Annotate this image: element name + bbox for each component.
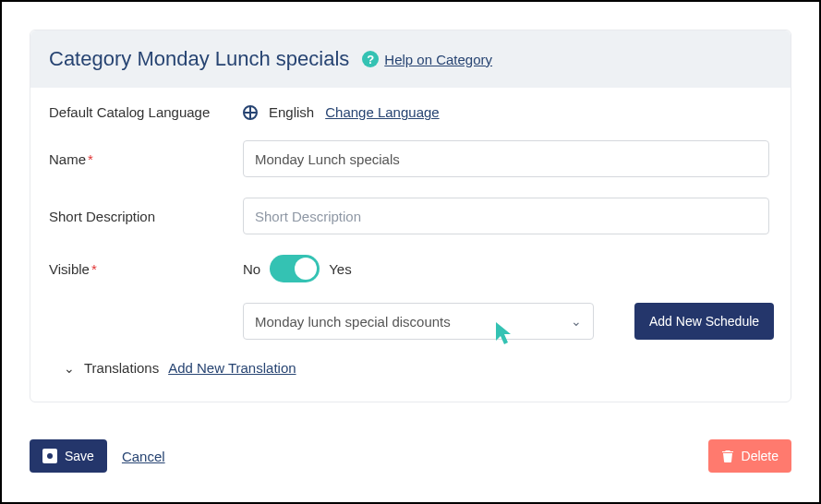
schedule-select[interactable]: Monday lunch special discounts ⌄ xyxy=(243,303,594,340)
name-field[interactable] xyxy=(243,140,769,177)
cancel-link[interactable]: Cancel xyxy=(122,449,165,464)
save-button[interactable]: Save xyxy=(30,439,107,473)
panel-header: Category Monday Lunch specials ? Help on… xyxy=(30,30,791,88)
app-frame: Category Monday Lunch specials ? Help on… xyxy=(0,0,821,504)
delete-button[interactable]: Delete xyxy=(708,439,791,473)
help-icon: ? xyxy=(362,51,379,67)
delete-button-label: Delete xyxy=(742,449,779,463)
save-icon xyxy=(42,449,57,463)
row-short-description: Short Description xyxy=(40,198,781,234)
default-language-value: English xyxy=(269,104,314,120)
change-language-link[interactable]: Change Language xyxy=(325,104,439,120)
short-description-field[interactable] xyxy=(243,198,769,234)
visible-toggle[interactable] xyxy=(270,255,320,282)
visible-no-label: No xyxy=(243,261,260,277)
schedule-selected-value: Monday lunch special discounts xyxy=(255,314,451,330)
cursor-icon xyxy=(494,320,513,349)
required-asterisk: * xyxy=(91,261,97,277)
help-link-text: Help on Category xyxy=(384,52,492,67)
visible-yes-label: Yes xyxy=(329,261,351,277)
chevron-down-icon: ⌄ xyxy=(571,314,582,329)
label-default-language: Default Catalog Language xyxy=(49,104,243,120)
toggle-knob xyxy=(295,258,317,280)
row-schedule: Monday lunch special discounts ⌄ Add New… xyxy=(40,303,781,340)
help-link[interactable]: ? Help on Category xyxy=(362,51,492,67)
globe-icon xyxy=(243,105,258,120)
add-schedule-button[interactable]: Add New Schedule xyxy=(634,303,774,340)
row-visible: Visible* No Yes xyxy=(40,255,781,282)
footer: Save Cancel Delete xyxy=(11,421,810,482)
required-asterisk: * xyxy=(88,151,93,167)
row-name: Name* xyxy=(40,140,781,177)
label-name: Name xyxy=(49,151,86,167)
add-schedule-label: Add New Schedule xyxy=(649,314,759,329)
expand-translations-toggle[interactable]: ⌄ xyxy=(64,361,75,376)
row-translations: ⌄ Translations Add New Translation xyxy=(40,360,781,392)
translations-label: Translations xyxy=(84,360,159,376)
category-panel: Category Monday Lunch specials ? Help on… xyxy=(30,30,791,402)
add-translation-link[interactable]: Add New Translation xyxy=(168,360,296,376)
row-default-language: Default Catalog Language English Change … xyxy=(40,104,781,120)
label-visible: Visible xyxy=(49,261,90,277)
page-title: Category Monday Lunch specials xyxy=(49,47,349,71)
trash-icon xyxy=(721,450,734,462)
label-short-description: Short Description xyxy=(49,209,243,224)
save-button-label: Save xyxy=(65,449,94,463)
form-area: Default Catalog Language English Change … xyxy=(30,88,791,402)
